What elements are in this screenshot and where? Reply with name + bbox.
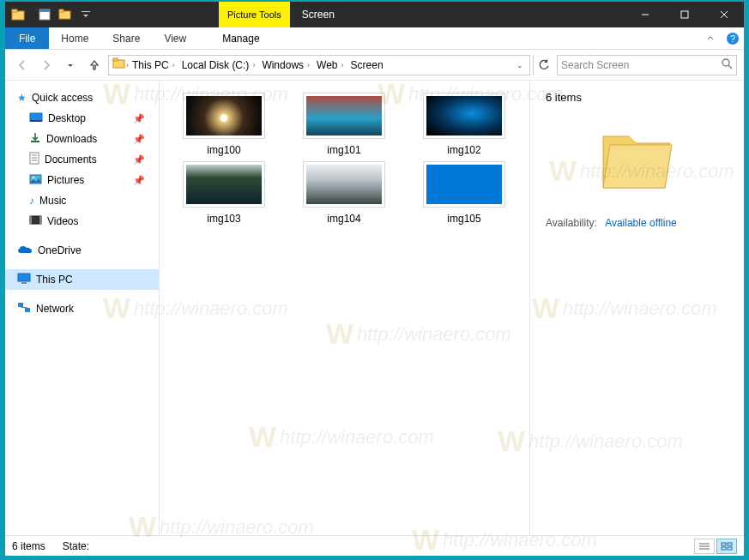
tab-view[interactable]: View <box>152 27 198 49</box>
window-controls <box>625 2 744 27</box>
svg-rect-39 <box>722 547 726 550</box>
forward-button[interactable] <box>36 55 57 75</box>
svg-rect-1 <box>12 9 17 12</box>
minimize-button[interactable] <box>625 2 665 27</box>
search-icon[interactable] <box>721 57 733 72</box>
svg-text:?: ? <box>730 33 735 44</box>
maximize-button[interactable] <box>665 2 704 27</box>
address-row: › This PC› Local Disk (C:)› Windows› Web… <box>5 50 744 81</box>
file-item[interactable]: img104 <box>288 161 400 225</box>
nav-network[interactable]: Network <box>5 298 159 319</box>
view-details-button[interactable] <box>694 539 715 554</box>
file-item[interactable]: img100 <box>168 93 280 156</box>
nav-label: Pictures <box>47 174 84 186</box>
pin-icon: 📌 <box>133 175 145 186</box>
address-bar[interactable]: › This PC› Local Disk (C:)› Windows› Web… <box>108 55 530 75</box>
navigation-pane[interactable]: ★ Quick access Desktop📌 Downloads📌 Docum… <box>5 81 160 535</box>
properties-icon[interactable] <box>35 5 54 24</box>
nav-this-pc[interactable]: This PC <box>5 269 159 290</box>
crumb-this-pc[interactable]: This PC› <box>129 59 178 71</box>
file-item[interactable]: img102 <box>408 93 520 156</box>
videos-icon <box>29 215 42 227</box>
nav-quick-access[interactable]: ★ Quick access <box>5 87 159 108</box>
tab-manage[interactable]: Manage <box>210 27 271 49</box>
crumb-web[interactable]: Web› <box>313 59 347 71</box>
nav-label: This PC <box>36 274 73 286</box>
file-label: img105 <box>447 213 480 225</box>
thumbnail <box>423 161 505 208</box>
file-item[interactable]: img105 <box>408 161 520 225</box>
help-icon[interactable]: ? <box>722 27 744 49</box>
svg-rect-17 <box>30 113 42 121</box>
nav-label: OneDrive <box>38 244 82 256</box>
nav-videos[interactable]: Videos <box>5 211 159 232</box>
ribbon-collapse-icon[interactable] <box>699 27 722 49</box>
nav-label: Documents <box>45 154 97 166</box>
app-icon[interactable] <box>9 5 27 24</box>
back-button[interactable] <box>12 55 33 75</box>
details-availability: Availability: Available offline <box>546 217 728 229</box>
nav-label: Network <box>36 303 74 315</box>
file-label: img104 <box>327 213 360 225</box>
svg-rect-40 <box>728 547 732 550</box>
up-button[interactable] <box>84 55 105 75</box>
refresh-button[interactable] <box>533 55 553 75</box>
desktop-icon <box>29 112 43 125</box>
file-item[interactable]: img103 <box>168 161 280 225</box>
nav-documents[interactable]: Documents📌 <box>5 149 159 170</box>
details-header: 6 items <box>546 91 728 104</box>
pictures-icon <box>29 174 42 187</box>
nav-label: Music <box>39 195 66 207</box>
nav-downloads[interactable]: Downloads📌 <box>5 129 159 149</box>
context-tab-picture-tools[interactable]: Picture Tools <box>219 2 290 27</box>
documents-icon <box>29 152 39 167</box>
file-label: img100 <box>207 144 240 156</box>
svg-rect-31 <box>18 303 23 307</box>
pin-icon: 📌 <box>133 134 145 145</box>
close-button[interactable] <box>704 2 744 27</box>
nav-onedrive[interactable]: OneDrive <box>5 240 159 261</box>
ribbon: File Home Share View Manage ? <box>5 27 744 50</box>
music-icon: ♪ <box>29 195 34 207</box>
svg-rect-3 <box>39 9 50 12</box>
svg-rect-32 <box>25 308 30 312</box>
thumbnail <box>183 93 265 139</box>
tab-home[interactable]: Home <box>49 27 100 49</box>
crumb-windows[interactable]: Windows› <box>258 59 313 71</box>
large-folder-icon <box>595 119 680 196</box>
status-item-count: 6 items <box>12 540 45 552</box>
svg-rect-14 <box>113 58 118 61</box>
thumbnail <box>303 93 385 139</box>
nav-desktop[interactable]: Desktop📌 <box>5 108 159 129</box>
file-item[interactable]: img101 <box>288 93 400 156</box>
crumb-screen[interactable]: Screen <box>347 59 387 71</box>
file-tab[interactable]: File <box>5 27 49 49</box>
svg-rect-38 <box>728 543 732 545</box>
qat-customize-icon[interactable] <box>76 5 95 24</box>
title-bar: Picture Tools Screen <box>5 2 744 27</box>
body: ★ Quick access Desktop📌 Downloads📌 Docum… <box>5 81 744 535</box>
new-folder-icon[interactable] <box>56 5 75 24</box>
svg-rect-8 <box>681 11 688 18</box>
network-icon <box>17 302 31 316</box>
onedrive-icon <box>17 244 33 257</box>
nav-pictures[interactable]: Pictures📌 <box>5 170 159 190</box>
nav-label: Desktop <box>48 112 86 124</box>
explorer-window: Picture Tools Screen File Home Share Vie… <box>5 2 744 556</box>
content-area: img100 img101 img102 img103 img104 img10… <box>160 81 744 535</box>
search-input[interactable]: Search Screen <box>557 55 737 75</box>
availability-label: Availability: <box>546 217 597 229</box>
pin-icon: 📌 <box>133 154 145 166</box>
tab-share[interactable]: Share <box>100 27 152 49</box>
this-pc-icon <box>17 273 31 286</box>
thumbnail <box>423 93 505 139</box>
nav-label: Quick access <box>32 92 93 104</box>
nav-music[interactable]: ♪ Music <box>5 190 159 211</box>
recent-locations-icon[interactable] <box>60 55 81 75</box>
address-dropdown-icon[interactable]: ⌄ <box>512 61 528 69</box>
window-title: Screen <box>292 2 625 27</box>
view-thumbnails-button[interactable] <box>716 539 737 554</box>
files-view[interactable]: img100 img101 img102 img103 img104 img10… <box>160 81 529 535</box>
crumb-local-disk[interactable]: Local Disk (C:)› <box>178 59 259 71</box>
svg-rect-18 <box>30 120 42 122</box>
